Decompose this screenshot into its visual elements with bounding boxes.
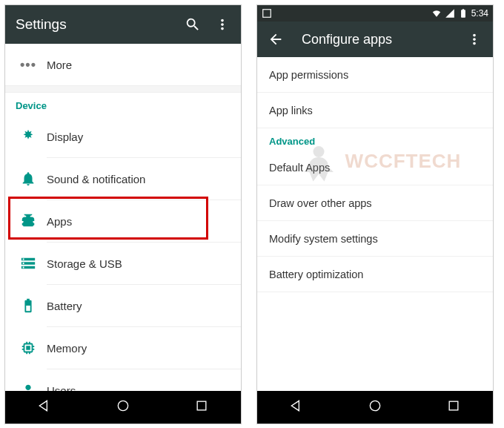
screenshot-notification-icon bbox=[262, 8, 272, 19]
nav-back-button[interactable] bbox=[22, 392, 67, 422]
overflow-menu-icon[interactable] bbox=[466, 31, 483, 47]
row-label: Modify system settings bbox=[269, 233, 378, 245]
advanced-subheader: Advanced bbox=[257, 128, 493, 150]
svg-rect-5 bbox=[449, 401, 458, 410]
overflow-menu-icon[interactable] bbox=[214, 16, 231, 33]
svg-rect-2 bbox=[263, 10, 271, 18]
row-label: Display bbox=[47, 131, 83, 143]
settings-row-sound[interactable]: Sound & notification bbox=[5, 158, 241, 200]
memory-icon bbox=[14, 340, 42, 356]
settings-row-more[interactable]: ••• More bbox=[5, 44, 241, 85]
settings-list: ••• More Device Display Sound & notifica… bbox=[5, 44, 241, 411]
row-modify-system[interactable]: Modify system settings bbox=[257, 221, 493, 257]
row-label: Battery optimization bbox=[269, 269, 363, 280]
battery-icon bbox=[14, 297, 42, 314]
row-label: Sound & notification bbox=[47, 173, 145, 185]
appbar-title: Configure apps bbox=[302, 32, 453, 47]
settings-row-apps[interactable]: Apps bbox=[5, 200, 241, 242]
back-arrow-icon[interactable] bbox=[268, 31, 284, 47]
wifi-icon bbox=[431, 8, 442, 19]
navbar bbox=[5, 391, 241, 424]
navbar bbox=[257, 391, 493, 424]
settings-row-storage[interactable]: Storage & USB bbox=[5, 243, 241, 284]
svg-rect-1 bbox=[197, 401, 206, 410]
row-battery-opt[interactable]: Battery optimization bbox=[257, 257, 493, 292]
row-label: App permissions bbox=[269, 69, 348, 81]
row-draw-over[interactable]: Draw over other apps bbox=[257, 185, 493, 221]
nav-back-button[interactable] bbox=[274, 392, 319, 422]
row-label: Storage & USB bbox=[47, 257, 122, 270]
phone-left-settings: Settings ••• More Device Display Sound &… bbox=[4, 4, 242, 424]
display-icon bbox=[14, 128, 42, 145]
bell-icon bbox=[14, 171, 42, 187]
configure-list: App permissions App links Advanced Defau… bbox=[257, 57, 493, 292]
phone-right-configure-apps: 5:34 Configure apps App permissions App … bbox=[256, 4, 494, 424]
status-time: 5:34 bbox=[471, 8, 488, 19]
storage-icon bbox=[14, 255, 42, 271]
svg-point-0 bbox=[118, 401, 127, 410]
status-bar: 5:34 bbox=[257, 5, 493, 22]
row-label: More bbox=[47, 59, 72, 71]
section-divider bbox=[5, 85, 241, 93]
settings-row-battery[interactable]: Battery bbox=[5, 285, 241, 326]
device-subheader: Device bbox=[5, 93, 241, 116]
nav-home-button[interactable] bbox=[353, 392, 397, 422]
appbar-settings: Settings bbox=[5, 5, 241, 44]
battery-status-icon bbox=[458, 8, 468, 19]
row-label: App links bbox=[269, 105, 313, 116]
settings-row-display[interactable]: Display bbox=[5, 116, 241, 157]
row-label: Default Apps bbox=[269, 162, 330, 174]
svg-point-4 bbox=[370, 401, 379, 410]
nav-recent-button[interactable] bbox=[431, 392, 476, 422]
signal-icon bbox=[445, 8, 455, 19]
appbar-title: Settings bbox=[16, 16, 171, 33]
row-app-links[interactable]: App links bbox=[257, 93, 493, 128]
appbar-configure: Configure apps bbox=[257, 22, 493, 57]
more-icon: ••• bbox=[14, 57, 42, 73]
search-icon[interactable] bbox=[185, 16, 201, 33]
row-label: Memory bbox=[47, 342, 87, 355]
row-label: Battery bbox=[47, 300, 82, 312]
row-app-permissions[interactable]: App permissions bbox=[257, 57, 493, 93]
nav-recent-button[interactable] bbox=[179, 392, 224, 422]
row-label: Draw over other apps bbox=[269, 197, 372, 209]
settings-row-memory[interactable]: Memory bbox=[5, 327, 241, 369]
row-label: Apps bbox=[47, 215, 72, 228]
apps-icon bbox=[14, 213, 42, 229]
row-default-apps[interactable]: Default Apps bbox=[257, 150, 493, 185]
nav-home-button[interactable] bbox=[101, 392, 145, 422]
